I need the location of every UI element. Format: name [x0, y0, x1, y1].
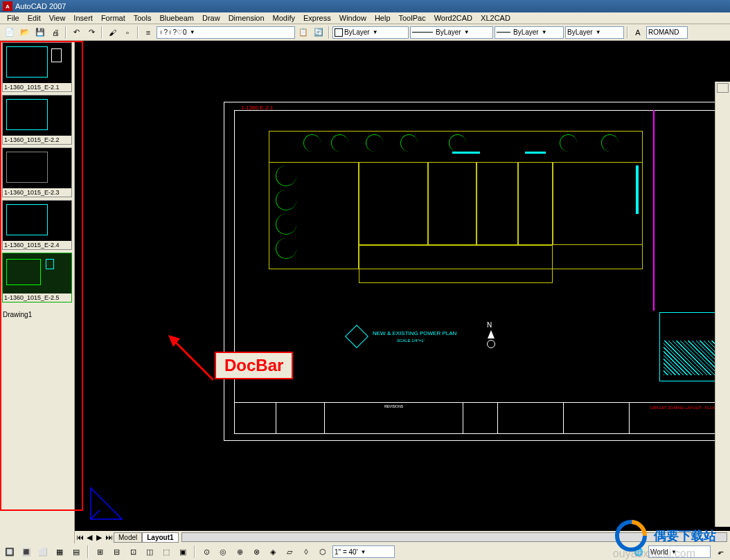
plot-icon[interactable]: 🖨	[48, 26, 62, 39]
view-icon-5[interactable]: ⬚	[159, 545, 173, 559]
lineweight-text: ByLayer	[513, 28, 539, 36]
docbar-thumb-3-label: 1-1360_1015_E-2.3	[3, 188, 71, 197]
layer-props-text: ♀?♀?♡0	[159, 28, 187, 36]
redo-icon[interactable]: ↷	[84, 26, 98, 39]
v-scroll-up-icon[interactable]	[717, 83, 729, 93]
tab-layout1[interactable]: Layout1	[142, 532, 178, 543]
menu-bluebeam[interactable]: Bluebeam	[155, 12, 198, 24]
docbar-thumb-2-label: 1-1360_1015_E-2.2	[3, 136, 71, 144]
main-area: 1-1360_1015_E-2.1 1-1360_1015_E-2.2 1-13…	[0, 41, 730, 543]
separator	[328, 26, 330, 39]
menu-edit[interactable]: Edit	[24, 12, 45, 24]
snap-icon-1[interactable]: ⊙	[199, 545, 213, 559]
weight-preview-icon	[497, 32, 510, 33]
snap-icon-6[interactable]: ▱	[283, 545, 296, 559]
layer-manager-icon[interactable]: ≡	[141, 26, 155, 39]
menu-draw[interactable]: Draw	[198, 12, 224, 24]
titleblock: REVISIONS CIRCUIT ZONING LAYOUT - FLOOR …	[234, 402, 730, 433]
tab-next-icon[interactable]: ▶	[94, 532, 104, 542]
tab-first-icon[interactable]: ⏮	[75, 532, 84, 542]
menu-bar: File Edit View Insert Format Tools Blueb…	[0, 12, 730, 24]
right-toolbar	[715, 82, 730, 527]
tab-last-icon[interactable]: ⏭	[104, 532, 114, 542]
block-icon[interactable]: ▫	[121, 26, 134, 39]
menu-view[interactable]: View	[45, 12, 70, 24]
view-icon-2[interactable]: ⊟	[109, 545, 123, 559]
docbar-thumb-4[interactable]: 1-1360_1015_E-2.4	[2, 200, 72, 250]
separator	[137, 26, 139, 39]
title-bar: A AutoCAD 2007	[0, 0, 730, 12]
floor-plan	[269, 131, 643, 269]
open-icon[interactable]: 📂	[18, 26, 32, 39]
watermark-url: ouyaoxiazai.com	[613, 548, 695, 560]
docbar-thumb-3[interactable]: 1-1360_1015_E-2.3	[2, 147, 72, 197]
menu-window[interactable]: Window	[335, 12, 371, 24]
menu-file[interactable]: File	[3, 12, 24, 24]
annotation-label: DocBar	[215, 352, 293, 379]
snap-icon-2[interactable]: ◎	[216, 545, 230, 559]
snap-icon-8[interactable]: ⬡	[316, 545, 330, 559]
paper-space: 1-1360 E-2.1	[75, 41, 730, 543]
snap-icon-3[interactable]: ⊕	[233, 545, 247, 559]
magenta-guideline	[653, 110, 655, 311]
menu-toolpac[interactable]: ToolPac	[395, 12, 430, 24]
status-icon-3[interactable]: ⬜	[36, 545, 50, 559]
docbar-thumb-1-label: 1-1360_1015_E-2.1	[3, 83, 71, 91]
text-style-icon[interactable]: A	[631, 26, 645, 39]
new-icon[interactable]: 📄	[3, 26, 17, 39]
view-icon-6[interactable]: ▣	[176, 545, 190, 559]
line-preview-icon	[412, 32, 433, 33]
lineweight-dropdown[interactable]: ByLayer ▼	[495, 26, 564, 39]
app-title: AutoCAD 2007	[15, 2, 66, 10]
menu-format[interactable]: Format	[97, 12, 130, 24]
layer-state-icon[interactable]: 📋	[296, 26, 310, 39]
color-dropdown[interactable]: ByLayer ▼	[332, 26, 409, 39]
app-icon: A	[3, 1, 12, 11]
docbar-thumb-4-label: 1-1360_1015_E-2.4	[3, 241, 71, 249]
docbar-thumb-5[interactable]: 1-1360_1015_E-2.5	[2, 253, 72, 302]
docbar-drawing-label[interactable]: Drawing1	[0, 309, 74, 320]
plotstyle-dropdown[interactable]: ByLayer ▼	[565, 26, 624, 39]
layer-prev-icon[interactable]: 🔄	[312, 26, 326, 39]
scale-text: 1" = 40'	[335, 548, 358, 556]
menu-insert[interactable]: Insert	[69, 12, 97, 24]
menu-modify[interactable]: Modify	[269, 12, 299, 24]
docbar-panel: 1-1360_1015_E-2.1 1-1360_1015_E-2.2 1-13…	[0, 41, 75, 543]
docbar-thumb-2[interactable]: 1-1360_1015_E-2.2	[2, 95, 72, 145]
menu-express[interactable]: Express	[299, 12, 335, 24]
status-icon-1[interactable]: 🔲	[3, 545, 17, 559]
status-icon-4[interactable]: ▦	[53, 545, 66, 559]
snap-icon-4[interactable]: ⊗	[249, 545, 263, 559]
matchprop-icon[interactable]: 🖌	[105, 26, 119, 39]
view-icon-3[interactable]: ⊡	[126, 545, 140, 559]
color-text: ByLayer	[344, 28, 370, 36]
layer-dropdown[interactable]: ♀?♀?♡0 ▼	[157, 26, 295, 39]
view-icon-4[interactable]: ◫	[143, 545, 157, 559]
chevron-down-icon: ▼	[542, 29, 547, 35]
menu-xl2cad[interactable]: XL2CAD	[477, 12, 515, 24]
docbar-thumb-1[interactable]: 1-1360_1015_E-2.1	[2, 42, 72, 92]
undo-icon[interactable]: ↶	[69, 26, 83, 39]
tab-model[interactable]: Model	[114, 532, 142, 543]
font-text: ROMAND	[648, 28, 679, 36]
menu-word2cad[interactable]: Word2CAD	[430, 12, 477, 24]
font-dropdown[interactable]: ROMAND	[646, 26, 688, 39]
view-icon-1[interactable]: ⊞	[93, 545, 107, 559]
menu-tools[interactable]: Tools	[130, 12, 156, 24]
scale-dropdown[interactable]: 1" = 40' ▼	[332, 545, 395, 558]
linetype-dropdown[interactable]: ByLayer ▼	[410, 26, 493, 39]
tab-prev-icon[interactable]: ◀	[84, 532, 94, 542]
sheet-ref-label: 1-1360 E-2.1	[241, 105, 273, 111]
plotstyle-text: ByLayer	[567, 28, 593, 36]
menu-help[interactable]: Help	[371, 12, 395, 24]
ucs-icon	[87, 481, 129, 523]
separator	[627, 26, 628, 39]
menu-dimension[interactable]: Dimension	[224, 12, 269, 24]
drawing-area[interactable]: 1-1360 E-2.1	[75, 41, 730, 543]
status-icon-5[interactable]: ▤	[69, 545, 83, 559]
status-icon-2[interactable]: 🔳	[19, 545, 33, 559]
snap-icon-7[interactable]: ◊	[299, 545, 313, 559]
snap-icon-5[interactable]: ◈	[266, 545, 280, 559]
save-icon[interactable]: 💾	[33, 26, 47, 39]
plan-title-label: NEW & EXISTING POWER PLAN	[373, 330, 456, 336]
